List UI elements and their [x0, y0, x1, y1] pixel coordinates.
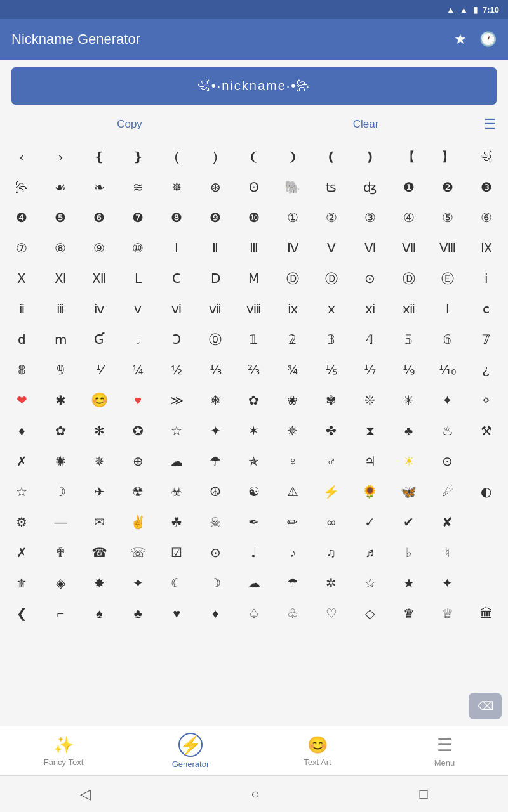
- symbol-cell[interactable]: ⅱ: [6, 294, 37, 324]
- symbol-cell[interactable]: 𝟡: [45, 355, 76, 385]
- symbol-cell[interactable]: ⅻ: [394, 294, 424, 324]
- symbol-cell[interactable]: ✌: [123, 507, 153, 537]
- symbol-cell[interactable]: [471, 537, 502, 568]
- symbol-cell[interactable]: ✉: [84, 507, 114, 537]
- symbol-cell[interactable]: ⅼ: [432, 294, 463, 324]
- symbol-cell[interactable]: ⅷ: [239, 294, 269, 324]
- symbol-cell[interactable]: 😊: [84, 385, 114, 416]
- symbol-cell[interactable]: ⅾ: [6, 324, 37, 355]
- symbol-cell[interactable]: ✿: [239, 385, 269, 416]
- symbol-cell[interactable]: ✱: [45, 385, 76, 416]
- symbol-cell[interactable]: ✵: [84, 446, 114, 476]
- symbol-cell[interactable]: ✒: [239, 507, 269, 537]
- symbol-cell[interactable]: ⅴ: [123, 294, 153, 324]
- symbol-cell[interactable]: ✾: [316, 385, 347, 416]
- symbol-cell[interactable]: ⚡: [316, 476, 347, 507]
- symbol-cell[interactable]: ʘ: [239, 172, 269, 202]
- symbol-cell[interactable]: ⅒: [432, 355, 463, 385]
- symbol-cell[interactable]: ↓: [123, 324, 153, 355]
- symbol-cell[interactable]: 𝟠: [6, 355, 37, 385]
- symbol-cell[interactable]: ⚜: [6, 568, 37, 598]
- symbol-cell[interactable]: ✏: [277, 507, 308, 537]
- symbol-cell[interactable]: Ⅻ: [84, 263, 114, 294]
- symbol-cell[interactable]: ✓: [355, 507, 385, 537]
- home-button[interactable]: ○: [251, 786, 259, 802]
- nav-item-text-art[interactable]: 😊 Text Art: [254, 730, 381, 772]
- symbol-cell[interactable]: ★: [394, 568, 424, 598]
- symbol-cell[interactable]: ✟: [45, 537, 76, 568]
- symbol-cell[interactable]: ❶: [394, 172, 424, 202]
- symbol-cell[interactable]: ✈: [84, 476, 114, 507]
- symbol-cell[interactable]: [471, 446, 502, 476]
- symbol-cell[interactable]: 】: [432, 141, 463, 172]
- symbol-cell[interactable]: Ⓔ: [432, 263, 463, 294]
- symbol-cell[interactable]: ✗: [6, 446, 37, 476]
- symbol-cell[interactable]: ⑩: [123, 233, 153, 263]
- symbol-cell[interactable]: ⚠: [277, 476, 308, 507]
- symbol-cell[interactable]: ⑧: [45, 233, 76, 263]
- symbol-cell[interactable]: ✸: [84, 568, 114, 598]
- symbol-cell[interactable]: ✿: [45, 416, 76, 446]
- symbol-cell[interactable]: Ⅰ: [161, 233, 192, 263]
- symbol-cell[interactable]: ☾: [161, 568, 192, 598]
- favorite-icon[interactable]: ★: [454, 31, 467, 48]
- symbol-cell[interactable]: ☆: [161, 416, 192, 446]
- symbol-cell[interactable]: ☄: [432, 476, 463, 507]
- symbol-cell[interactable]: ⅑: [394, 355, 424, 385]
- clear-button[interactable]: Clear: [248, 118, 484, 131]
- symbol-cell[interactable]: Ⅽ: [161, 263, 192, 294]
- symbol-cell[interactable]: ⅵ: [161, 294, 192, 324]
- symbol-cell[interactable]: ⊛: [200, 172, 231, 202]
- symbol-cell[interactable]: ✦: [432, 385, 463, 416]
- symbol-cell[interactable]: Ⅱ: [200, 233, 231, 263]
- symbol-cell[interactable]: Ⅼ: [123, 263, 153, 294]
- symbol-cell[interactable]: ✯: [239, 446, 269, 476]
- symbol-cell[interactable]: ⅺ: [355, 294, 385, 324]
- symbol-cell[interactable]: 𝟜: [355, 324, 385, 355]
- symbol-cell[interactable]: ≋: [123, 172, 153, 202]
- symbol-cell[interactable]: ☠: [200, 507, 231, 537]
- symbol-cell[interactable]: ◈: [45, 568, 76, 598]
- nav-item-fancy-text[interactable]: ✨ Fancy Text: [0, 730, 127, 772]
- symbol-cell[interactable]: ✺: [45, 446, 76, 476]
- nav-item-menu[interactable]: ☰ Menu: [381, 730, 508, 773]
- symbol-cell[interactable]: Ⓓ: [277, 263, 308, 294]
- symbol-cell[interactable]: ⅳ: [84, 294, 114, 324]
- symbol-cell[interactable]: ♛: [394, 598, 424, 629]
- symbol-cell[interactable]: ♫: [316, 537, 347, 568]
- symbol-cell[interactable]: Ⅲ: [239, 233, 269, 263]
- symbol-cell[interactable]: ♂: [316, 446, 347, 476]
- symbol-cell[interactable]: ☏: [123, 537, 153, 568]
- symbol-cell[interactable]: ⅹ: [316, 294, 347, 324]
- back-button[interactable]: ◁: [80, 786, 91, 802]
- symbol-cell[interactable]: ✻: [84, 416, 114, 446]
- symbol-cell[interactable]: ❊: [355, 385, 385, 416]
- symbol-cell[interactable]: Ⅺ: [45, 263, 76, 294]
- symbol-cell[interactable]: ❩: [277, 141, 308, 172]
- symbol-cell[interactable]: ①: [277, 202, 308, 233]
- symbol-cell[interactable]: ③: [355, 202, 385, 233]
- symbol-cell[interactable]: ⅶ: [200, 294, 231, 324]
- symbol-cell[interactable]: ≫: [161, 385, 192, 416]
- symbol-cell[interactable]: ♕: [432, 598, 463, 629]
- symbol-cell[interactable]: ⑥: [471, 202, 502, 233]
- symbol-cell[interactable]: Ⅶ: [394, 233, 424, 263]
- symbol-cell[interactable]: ♭: [394, 537, 424, 568]
- symbol-cell[interactable]: ☯: [239, 476, 269, 507]
- symbol-cell[interactable]: ♧: [277, 598, 308, 629]
- symbol-cell[interactable]: 𝟛: [316, 324, 347, 355]
- symbol-cell[interactable]: Ⅾ: [200, 263, 231, 294]
- symbol-cell[interactable]: ❷: [432, 172, 463, 202]
- symbol-cell[interactable]: ☣: [161, 476, 192, 507]
- symbol-cell[interactable]: ›: [45, 141, 76, 172]
- symbol-cell[interactable]: ④: [394, 202, 424, 233]
- symbol-cell[interactable]: ʦ: [316, 172, 347, 202]
- symbol-cell[interactable]: ⅸ: [277, 294, 308, 324]
- symbol-cell[interactable]: ✤: [316, 416, 347, 446]
- symbol-cell[interactable]: ¼: [123, 355, 153, 385]
- symbol-cell[interactable]: ♪: [277, 537, 308, 568]
- symbol-cell[interactable]: ☑: [161, 537, 192, 568]
- symbol-cell[interactable]: 𝟝: [394, 324, 424, 355]
- symbol-cell[interactable]: ❹: [6, 202, 37, 233]
- symbol-cell[interactable]: ☆: [355, 568, 385, 598]
